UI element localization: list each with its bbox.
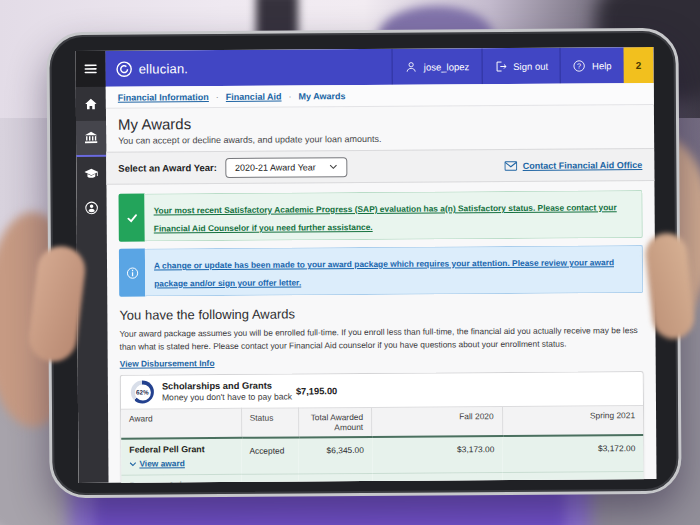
menu-button[interactable] bbox=[76, 51, 106, 87]
award-fall-amount: $3,173.00 bbox=[372, 436, 503, 473]
table-header-row: Award Status Total Awarded Amount Fall 2… bbox=[121, 406, 643, 439]
help-button[interactable]: ? Help bbox=[560, 47, 624, 83]
user-icon bbox=[405, 60, 418, 73]
award-package-link[interactable]: A change or update has been made to your… bbox=[154, 257, 614, 288]
sign-out-label: Sign out bbox=[513, 60, 548, 71]
column-status: Status bbox=[241, 408, 299, 438]
checkmark-icon bbox=[125, 211, 138, 224]
award-status: Accepted bbox=[242, 474, 300, 483]
chevron-down-icon bbox=[330, 164, 338, 169]
column-fall-2020: Fall 2020 bbox=[372, 407, 503, 437]
awards-table: Award Status Total Awarded Amount Fall 2… bbox=[121, 405, 644, 483]
info-icon bbox=[126, 266, 139, 279]
notification-count: 2 bbox=[636, 60, 642, 71]
bank-icon bbox=[84, 131, 98, 145]
award-spring-amount: $125.00 bbox=[502, 472, 643, 483]
top-navigation-bar: ellucian. jose_lopez Sign out ? Help bbox=[106, 47, 654, 87]
brand-logo[interactable]: ellucian. bbox=[106, 50, 189, 87]
award-year-select[interactable]: 2020-21 Award Year bbox=[225, 157, 348, 178]
help-label: Help bbox=[592, 60, 612, 71]
award-spring-amount: $3,172.00 bbox=[502, 435, 643, 472]
sidebar-item-account[interactable] bbox=[76, 191, 106, 225]
column-total-awarded: Total Awarded Amount bbox=[298, 408, 371, 438]
home-icon bbox=[84, 97, 98, 111]
brand-name: ellucian. bbox=[139, 61, 189, 76]
main-content: ellucian. jose_lopez Sign out ? Help bbox=[106, 47, 657, 483]
breadcrumb-financial-aid[interactable]: Financial Aid bbox=[226, 91, 282, 101]
award-year-label: Select an Award Year: bbox=[118, 162, 217, 174]
award-name: Bowman Ashe Scholarship bbox=[130, 480, 234, 483]
ellucian-logo-icon bbox=[116, 60, 133, 77]
envelope-icon bbox=[505, 160, 518, 170]
page-subtitle: You can accept or decline awards, and up… bbox=[118, 132, 642, 146]
award-fall-amount: $125.00 bbox=[372, 473, 503, 483]
award-year-selected-value: 2020-21 Award Year bbox=[235, 162, 316, 173]
award-status: Accepted bbox=[241, 438, 299, 475]
svg-text:?: ? bbox=[578, 61, 582, 70]
notification-badge[interactable]: 2 bbox=[623, 47, 653, 83]
breadcrumb-separator: · bbox=[289, 91, 292, 101]
award-total: $250.00 bbox=[299, 474, 372, 483]
breadcrumb-my-awards: My Awards bbox=[299, 91, 346, 101]
view-award-link[interactable]: View award bbox=[129, 459, 185, 469]
page-title: My Awards bbox=[118, 112, 642, 133]
app-screen: ellucian. jose_lopez Sign out ? Help bbox=[76, 47, 657, 483]
top-bar-actions: jose_lopez Sign out ? Help 2 bbox=[392, 47, 654, 85]
award-package-alert: A change or update has been made to your… bbox=[119, 245, 643, 297]
help-icon: ? bbox=[573, 59, 586, 72]
chevron-down-icon bbox=[129, 461, 136, 466]
percent-ring: 62% bbox=[131, 381, 154, 404]
percent-value: 62% bbox=[136, 389, 149, 396]
success-alert-body: Your most recent Satisfactory Academic P… bbox=[145, 190, 643, 242]
scholarships-grants-header: 62% Scholarships and Grants Money you do… bbox=[121, 372, 643, 409]
table-row: Federal Pell Grant View award Accepted $… bbox=[121, 435, 643, 475]
page-header: My Awards You can accept or decline awar… bbox=[106, 105, 654, 152]
success-badge bbox=[119, 194, 145, 242]
sign-out-button[interactable]: Sign out bbox=[481, 48, 560, 85]
sidebar-item-academics[interactable] bbox=[76, 157, 106, 191]
group-name: Scholarships and Grants bbox=[162, 381, 292, 392]
sap-status-link[interactable]: Your most recent Satisfactory Academic P… bbox=[154, 202, 617, 233]
view-disbursement-info-link[interactable]: View Disbursement Info bbox=[120, 355, 644, 369]
contact-financial-aid-link[interactable]: Contact Financial Aid Office bbox=[505, 160, 643, 171]
column-spring-2021: Spring 2021 bbox=[502, 406, 643, 436]
group-summary: 62% Scholarships and Grants Money you do… bbox=[131, 380, 296, 404]
contact-link-label: Contact Financial Aid Office bbox=[523, 160, 643, 171]
tablet-device: ellucian. jose_lopez Sign out ? Help bbox=[46, 28, 681, 498]
person-circle-icon bbox=[85, 201, 99, 215]
group-note: Money you don't have to pay back bbox=[162, 392, 292, 403]
sidebar-item-financial-information[interactable] bbox=[76, 121, 106, 155]
award-total: $6,345.00 bbox=[299, 437, 372, 474]
column-award: Award bbox=[121, 409, 241, 439]
breadcrumb-separator: · bbox=[216, 92, 219, 102]
scholarships-grants-card: 62% Scholarships and Grants Money you do… bbox=[120, 371, 645, 483]
graduation-cap-icon bbox=[84, 167, 98, 181]
sidebar-item-home[interactable] bbox=[76, 87, 106, 121]
user-menu[interactable]: jose_lopez bbox=[392, 48, 482, 85]
info-badge bbox=[119, 249, 145, 297]
sap-status-alert: Your most recent Satisfactory Academic P… bbox=[119, 190, 643, 242]
breadcrumb-financial-information[interactable]: Financial Information bbox=[118, 92, 209, 103]
award-name: Federal Pell Grant bbox=[129, 444, 233, 455]
awards-section-description: Your award package assumes you will be e… bbox=[119, 324, 643, 353]
award-year-band: Select an Award Year: 2020-21 Award Year… bbox=[106, 148, 654, 185]
group-total-amount: $7,195.00 bbox=[296, 386, 337, 396]
username-label: jose_lopez bbox=[424, 61, 469, 72]
sign-out-icon bbox=[494, 59, 507, 72]
awards-section-heading: You have the following Awards bbox=[119, 304, 643, 323]
info-alert-body: A change or update has been made to your… bbox=[145, 245, 643, 297]
hamburger-icon bbox=[84, 62, 98, 76]
